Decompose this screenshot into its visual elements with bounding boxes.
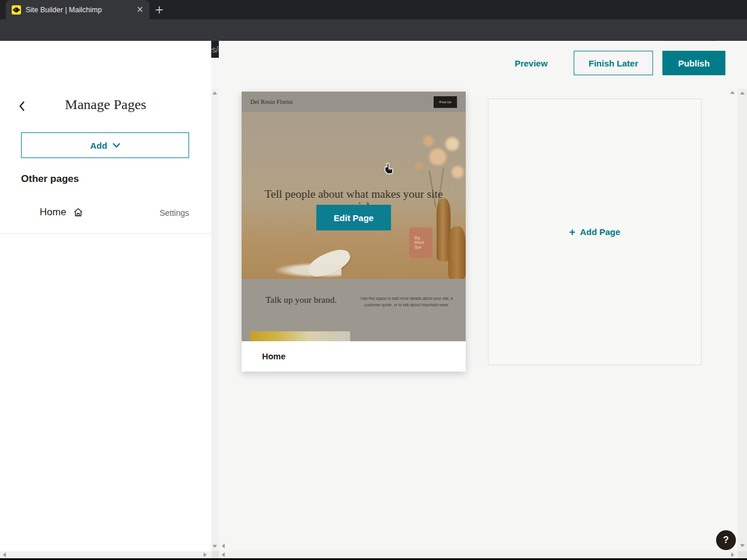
scroll-left-icon[interactable] — [222, 544, 225, 548]
page-settings-link[interactable]: Settings — [159, 208, 189, 218]
gold-image-strip — [250, 331, 350, 341]
scroll-up-icon[interactable] — [212, 92, 217, 94]
spa-jar-decoration: Big Mood Spa — [409, 228, 432, 258]
plus-icon: + — [569, 228, 575, 237]
page-card-footer: Home — [242, 341, 466, 372]
preview-button[interactable]: Preview — [508, 58, 554, 68]
browser-tab-bar: Site Builder | Mailchimp × + — [0, 0, 747, 19]
thumb-site-name: Del Rosio Florist — [250, 99, 292, 105]
scroll-down-icon[interactable] — [212, 545, 217, 548]
scroll-left-icon[interactable] — [3, 552, 6, 557]
home-icon — [73, 207, 83, 218]
edit-page-button[interactable]: Edit Page — [316, 205, 391, 230]
thumb-brand-heading: Talk up your brand. — [254, 295, 348, 305]
add-page-card[interactable]: + Add Page — [488, 99, 701, 365]
page-name-label: Home — [40, 206, 66, 218]
chevron-down-icon — [113, 143, 120, 148]
horizontal-scrollbar[interactable] — [0, 551, 747, 558]
cursor-pointer-icon — [382, 162, 395, 175]
add-button-label: Add — [90, 141, 107, 150]
thumb-brand-section: Talk up your brand. Use this space to ad… — [242, 279, 466, 341]
home-page-card[interactable]: Del Rosio Florist Find Us Big Mood Spa T… — [242, 92, 466, 372]
scroll-right-icon[interactable] — [731, 552, 734, 557]
scroll-right-icon[interactable] — [204, 552, 207, 557]
new-tab-icon[interactable]: + — [153, 4, 166, 16]
window-vertical-scrollbar[interactable] — [738, 89, 747, 551]
scrollbar-corner — [738, 551, 747, 558]
browser-tab[interactable]: Site Builder | Mailchimp × — [6, 0, 149, 19]
home-page-thumbnail: Del Rosio Florist Find Us Big Mood Spa T… — [242, 92, 466, 341]
manage-pages-sidebar: Manage Pages Add Other pages Home Settin… — [0, 41, 211, 551]
help-button[interactable]: ? — [716, 530, 736, 550]
thumb-brand-body: Use this space to add more details about… — [359, 295, 454, 308]
tab-close-icon[interactable]: × — [136, 5, 144, 14]
mailchimp-favicon — [12, 5, 21, 15]
tab-title: Site Builder | Mailchimp — [26, 6, 132, 14]
goblet-decoration — [448, 226, 466, 280]
spa-jar-label: Big Mood Spa — [414, 236, 427, 250]
scroll-left-icon[interactable] — [222, 552, 225, 557]
thumb-nav-button: Find Us — [434, 96, 457, 108]
finish-later-button[interactable]: Finish Later — [574, 51, 653, 75]
powder-decoration — [274, 262, 341, 278]
add-page-dropdown-button[interactable]: Add — [21, 132, 189, 158]
page-card-title: Home — [262, 352, 285, 361]
browser-toolbar: ← → ⟳ us14.admin.mailchimp.com /websites… — [0, 19, 747, 41]
page-title: Manage Pages — [0, 97, 211, 113]
scrollbar-corner — [211, 551, 219, 558]
scroll-up-icon[interactable] — [730, 91, 735, 94]
scroll-up-icon[interactable] — [740, 92, 745, 94]
thumb-hero-heading-line1: Tell people about what makes your site — [242, 188, 466, 201]
other-pages-heading: Other pages — [21, 173, 79, 185]
sidebar-vertical-scrollbar[interactable] — [211, 89, 219, 551]
scroll-down-icon[interactable] — [740, 544, 745, 547]
thumb-site-header: Del Rosio Florist Find Us — [242, 92, 466, 112]
page-list-item-home[interactable]: Home Settings — [0, 198, 211, 234]
publish-button[interactable]: Publish — [662, 51, 725, 75]
add-page-label: Add Page — [580, 227, 620, 237]
